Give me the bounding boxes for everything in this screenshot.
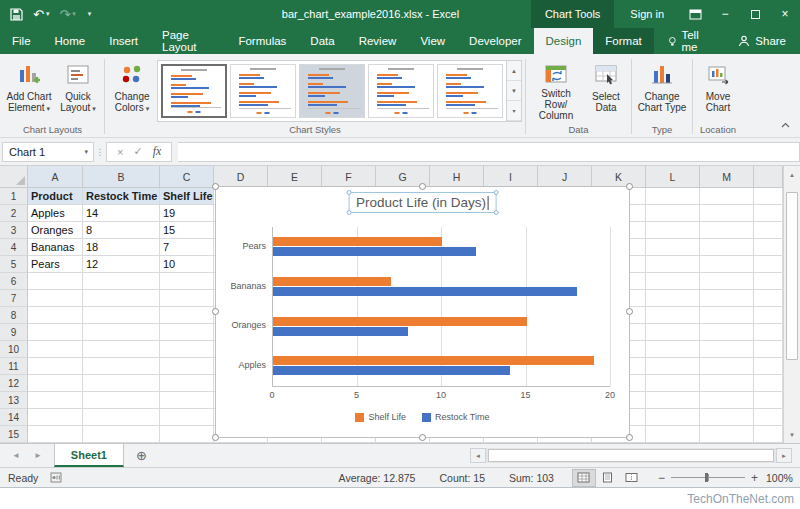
- row-header-11[interactable]: 11: [0, 358, 28, 375]
- cell-A13[interactable]: [28, 392, 83, 409]
- bar-restock-time-oranges[interactable]: [273, 327, 408, 336]
- tab-design[interactable]: Design: [534, 28, 594, 54]
- minimize-button[interactable]: −: [710, 0, 740, 28]
- cell-L2[interactable]: [646, 205, 700, 222]
- cancel-button[interactable]: ×: [117, 146, 123, 158]
- col-header-L[interactable]: L: [646, 166, 700, 188]
- col-header-F[interactable]: F: [322, 166, 376, 188]
- ribbon-display-options-button[interactable]: [680, 0, 710, 28]
- bar-restock-time-bananas[interactable]: [273, 287, 577, 296]
- cell-L4[interactable]: [646, 239, 700, 256]
- cell-C6[interactable]: [160, 273, 214, 290]
- chart-resize-handle[interactable]: [212, 308, 219, 315]
- cell-A6[interactable]: [28, 273, 83, 290]
- cell-M6[interactable]: [700, 273, 754, 290]
- cell-C8[interactable]: [160, 307, 214, 324]
- tab-developer[interactable]: Developer: [457, 28, 533, 54]
- cell-L5[interactable]: [646, 256, 700, 273]
- cell-L7[interactable]: [646, 290, 700, 307]
- customize-qat-button[interactable]: ▾: [86, 10, 92, 18]
- cell-A8[interactable]: [28, 307, 83, 324]
- col-header-C[interactable]: C: [160, 166, 214, 188]
- tab-insert[interactable]: Insert: [97, 28, 150, 54]
- chart-resize-handle[interactable]: [419, 183, 426, 190]
- bar-shelf-life-oranges[interactable]: [273, 317, 527, 326]
- col-header-B[interactable]: B: [83, 166, 160, 188]
- cell-B15[interactable]: [83, 426, 160, 443]
- cell-M10[interactable]: [700, 341, 754, 358]
- zoom-slider[interactable]: [671, 477, 745, 478]
- gallery-scroll-down-button[interactable]: ▼: [507, 81, 521, 101]
- save-button[interactable]: [10, 8, 23, 21]
- cell-C2[interactable]: 19: [160, 205, 214, 222]
- legend-item-shelf-life[interactable]: Shelf Life: [355, 412, 406, 422]
- macro-record-icon[interactable]: [50, 472, 62, 483]
- gallery-scroll-up-button[interactable]: ▲: [507, 61, 521, 81]
- row-header-6[interactable]: 6: [0, 273, 28, 290]
- cell-M11[interactable]: [700, 358, 754, 375]
- scroll-left-button[interactable]: ◄: [470, 448, 486, 463]
- cell-L15[interactable]: [646, 426, 700, 443]
- zoom-out-button[interactable]: −: [658, 471, 665, 485]
- normal-view-button[interactable]: [572, 469, 596, 487]
- page-layout-view-button[interactable]: [596, 469, 620, 487]
- cell-B10[interactable]: [83, 341, 160, 358]
- add-chart-element-button[interactable]: Add Chart Element▾: [4, 57, 54, 121]
- cell-C3[interactable]: 15: [160, 222, 214, 239]
- row-header-5[interactable]: 5: [0, 256, 28, 273]
- close-button[interactable]: ×: [770, 0, 800, 28]
- chart-resize-handle[interactable]: [212, 183, 219, 190]
- select-data-button[interactable]: Select Data: [584, 57, 628, 121]
- cell-C15[interactable]: [160, 426, 214, 443]
- scroll-up-button[interactable]: ▲: [784, 166, 800, 183]
- name-box[interactable]: Chart 1 ▾: [2, 142, 94, 162]
- cell-C14[interactable]: [160, 409, 214, 426]
- cell-B9[interactable]: [83, 324, 160, 341]
- cell-L14[interactable]: [646, 409, 700, 426]
- cell-B14[interactable]: [83, 409, 160, 426]
- formula-input[interactable]: [178, 142, 800, 162]
- cell-C5[interactable]: 10: [160, 256, 214, 273]
- cell-C4[interactable]: 7: [160, 239, 214, 256]
- chart-resize-handle[interactable]: [626, 308, 633, 315]
- enter-button[interactable]: ✓: [133, 145, 142, 158]
- tab-data[interactable]: Data: [298, 28, 346, 54]
- row-header-2[interactable]: 2: [0, 205, 28, 222]
- chart-style-thumb-4[interactable]: [368, 64, 434, 118]
- cell-M5[interactable]: [700, 256, 754, 273]
- row-header-15[interactable]: 15: [0, 426, 28, 443]
- row-header-12[interactable]: 12: [0, 375, 28, 392]
- row-header-14[interactable]: 14: [0, 409, 28, 426]
- cell-B3[interactable]: 8: [83, 222, 160, 239]
- chart-style-thumb-3[interactable]: [299, 64, 365, 118]
- bar-shelf-life-apples[interactable]: [273, 356, 594, 365]
- cell-B12[interactable]: [83, 375, 160, 392]
- insert-function-button[interactable]: fx: [153, 144, 162, 159]
- row-header-7[interactable]: 7: [0, 290, 28, 307]
- maximize-button[interactable]: [740, 0, 770, 28]
- cell-A4[interactable]: Bananas: [28, 239, 83, 256]
- col-header-D[interactable]: D: [214, 166, 268, 188]
- tab-home[interactable]: Home: [43, 28, 98, 54]
- move-chart-button[interactable]: Move Chart: [696, 57, 740, 121]
- cell-C12[interactable]: [160, 375, 214, 392]
- gallery-more-button[interactable]: ▾: [507, 101, 521, 121]
- cell-B7[interactable]: [83, 290, 160, 307]
- cell-M2[interactable]: [700, 205, 754, 222]
- select-all-button[interactable]: [0, 166, 28, 188]
- redo-button[interactable]: ↷▾: [59, 7, 75, 22]
- vertical-scroll-thumb[interactable]: [786, 192, 798, 360]
- zoom-in-button[interactable]: +: [751, 471, 758, 485]
- cell-A7[interactable]: [28, 290, 83, 307]
- cell-B1[interactable]: Restock Time: [83, 188, 160, 205]
- col-header-H[interactable]: H: [430, 166, 484, 188]
- cell-C1[interactable]: Shelf Life: [160, 188, 214, 205]
- cell-B8[interactable]: [83, 307, 160, 324]
- zoom-slider-thumb[interactable]: [705, 473, 708, 482]
- cell-B6[interactable]: [83, 273, 160, 290]
- chart-style-thumb-5[interactable]: [437, 64, 503, 118]
- cell-M9[interactable]: [700, 324, 754, 341]
- scroll-right-button[interactable]: ►: [776, 448, 792, 463]
- sheet-nav-right-button[interactable]: ►: [34, 451, 42, 460]
- cell-C13[interactable]: [160, 392, 214, 409]
